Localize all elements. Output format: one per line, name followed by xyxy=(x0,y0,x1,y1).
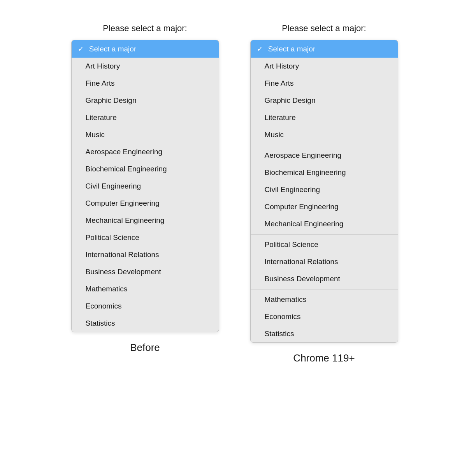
after-option-international-relations[interactable]: International Relations xyxy=(251,253,398,270)
before-option-mechanical-engineering[interactable]: Mechanical Engineering xyxy=(72,212,219,229)
before-label: Please select a major: xyxy=(103,23,187,33)
after-column: Please select a major: ✓ Select a major … xyxy=(250,23,398,364)
after-label: Please select a major: xyxy=(282,23,366,33)
before-option-international-relations[interactable]: International Relations xyxy=(72,246,219,263)
after-caption: Chrome 119+ xyxy=(293,352,355,364)
divider-engineering-social xyxy=(251,234,398,234)
after-option-civil-engineering[interactable]: Civil Engineering xyxy=(251,181,398,198)
divider-arts-engineering xyxy=(251,145,398,145)
before-option-music[interactable]: Music xyxy=(72,126,219,143)
before-option-literature[interactable]: Literature xyxy=(72,109,219,126)
before-caption: Before xyxy=(130,342,160,354)
comparison-wrapper: Please select a major: ✓ Select a major … xyxy=(8,16,461,364)
divider-social-math xyxy=(251,289,398,289)
after-option-economics[interactable]: Economics xyxy=(251,308,398,325)
before-option-biochemical-engineering[interactable]: Biochemical Engineering xyxy=(72,160,219,178)
before-option-mathematics[interactable]: Mathematics xyxy=(72,280,219,298)
after-option-aerospace-engineering[interactable]: Aerospace Engineering xyxy=(251,147,398,164)
before-option-graphic-design[interactable]: Graphic Design xyxy=(72,92,219,109)
before-option-aerospace-engineering[interactable]: Aerospace Engineering xyxy=(72,143,219,160)
before-option-economics[interactable]: Economics xyxy=(72,298,219,315)
after-option-music[interactable]: Music xyxy=(251,126,398,143)
before-option-business-development[interactable]: Business Development xyxy=(72,263,219,280)
before-option-computer-engineering[interactable]: Computer Engineering xyxy=(72,195,219,212)
after-option-political-science[interactable]: Political Science xyxy=(251,236,398,253)
after-option-graphic-design[interactable]: Graphic Design xyxy=(251,92,398,109)
before-column: Please select a major: ✓ Select a major … xyxy=(71,23,219,354)
after-option-statistics[interactable]: Statistics xyxy=(251,325,398,342)
after-option-computer-engineering[interactable]: Computer Engineering xyxy=(251,198,398,215)
before-option-civil-engineering[interactable]: Civil Engineering xyxy=(72,178,219,195)
after-option-mechanical-engineering[interactable]: Mechanical Engineering xyxy=(251,215,398,233)
after-option-business-development[interactable]: Business Development xyxy=(251,270,398,287)
checkmark-icon: ✓ xyxy=(78,45,84,53)
before-option-political-science[interactable]: Political Science xyxy=(72,229,219,246)
before-selected-option[interactable]: ✓ Select a major xyxy=(72,40,219,58)
after-option-literature[interactable]: Literature xyxy=(251,109,398,126)
after-option-biochemical-engineering[interactable]: Biochemical Engineering xyxy=(251,164,398,181)
after-option-fine-arts[interactable]: Fine Arts xyxy=(251,75,398,92)
before-dropdown[interactable]: ✓ Select a major Art History Fine Arts G… xyxy=(71,40,219,332)
before-option-art-history[interactable]: Art History xyxy=(72,58,219,75)
after-option-mathematics[interactable]: Mathematics xyxy=(251,291,398,308)
after-selected-option[interactable]: ✓ Select a major xyxy=(251,40,398,58)
after-checkmark-icon: ✓ xyxy=(257,45,263,53)
before-option-statistics[interactable]: Statistics xyxy=(72,315,219,332)
after-option-art-history[interactable]: Art History xyxy=(251,58,398,75)
after-dropdown[interactable]: ✓ Select a major Art History Fine Arts G… xyxy=(250,40,398,343)
before-option-fine-arts[interactable]: Fine Arts xyxy=(72,75,219,92)
